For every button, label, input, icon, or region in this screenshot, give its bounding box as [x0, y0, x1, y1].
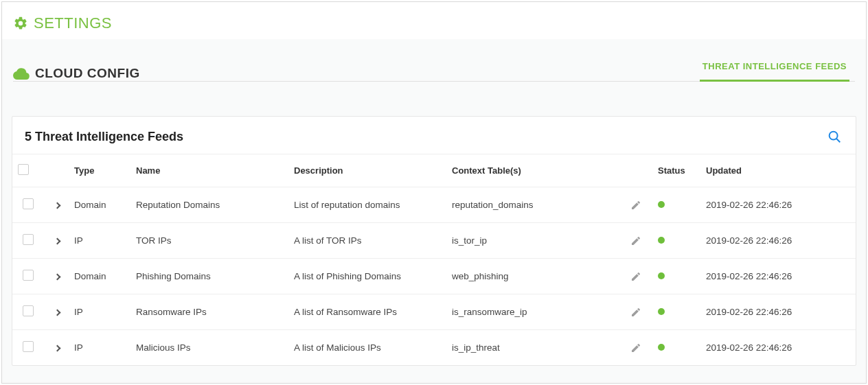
status-dot	[658, 308, 665, 315]
cell-updated: 2019-02-26 22:46:26	[700, 259, 856, 294]
cell-type: IP	[69, 330, 130, 366]
row-checkbox[interactable]	[23, 305, 34, 316]
cell-name: Ransomware IPs	[130, 294, 288, 330]
table-header-row: Type Name Description Context Table(s) S…	[12, 154, 856, 187]
cell-name: Phishing Domains	[130, 259, 288, 294]
table-row: DomainPhishing DomainsA list of Phishing…	[12, 259, 856, 294]
search-icon	[827, 129, 842, 144]
cell-context: reputation_domains	[446, 187, 625, 223]
cell-context: is_tor_ip	[446, 223, 625, 259]
col-expand	[44, 154, 69, 187]
cell-context: is_ip_threat	[446, 330, 625, 366]
chevron-right-icon[interactable]	[54, 238, 60, 245]
chevron-right-icon[interactable]	[54, 274, 60, 281]
search-button[interactable]	[827, 129, 842, 144]
col-context[interactable]: Context Table(s)	[446, 154, 625, 187]
subheader: CLOUD CONFIG THREAT INTELLIGENCE FEEDS	[2, 39, 866, 82]
cell-description: A list of Ransomware IPs	[288, 294, 446, 330]
cloud-config-heading: CLOUD CONFIG	[13, 65, 140, 82]
cell-type: Domain	[69, 187, 130, 223]
row-checkbox[interactable]	[23, 234, 34, 245]
status-dot	[658, 201, 665, 208]
col-description[interactable]: Description	[288, 154, 446, 187]
pencil-icon	[630, 271, 641, 282]
cell-type: Domain	[69, 259, 130, 294]
page-header: SETTINGS	[2, 2, 866, 39]
pencil-icon	[630, 342, 641, 353]
edit-button[interactable]	[630, 342, 647, 353]
gear-icon	[13, 16, 28, 31]
cell-type: IP	[69, 294, 130, 330]
chevron-right-icon[interactable]	[54, 345, 60, 352]
cell-context: web_phishing	[446, 259, 625, 294]
cell-context: is_ransomware_ip	[446, 294, 625, 330]
status-dot	[658, 237, 665, 244]
cell-description: List of reputation domains	[288, 187, 446, 223]
table-row: DomainReputation DomainsList of reputati…	[12, 187, 856, 223]
col-select-all	[12, 154, 44, 187]
panel-header: 5 Threat Intelligence Feeds	[12, 117, 856, 154]
select-all-checkbox[interactable]	[18, 164, 29, 175]
tab-threat-intelligence-feeds[interactable]: THREAT INTELLIGENCE FEEDS	[700, 61, 849, 82]
pencil-icon	[630, 235, 641, 246]
status-dot	[658, 272, 665, 279]
cell-name: Reputation Domains	[130, 187, 288, 223]
cell-description: A list of TOR IPs	[288, 223, 446, 259]
feeds-panel: 5 Threat Intelligence Feeds Type Name De…	[12, 116, 856, 366]
cell-updated: 2019-02-26 22:46:26	[700, 187, 856, 223]
panel-title: 5 Threat Intelligence Feeds	[25, 130, 183, 144]
col-updated[interactable]: Updated	[700, 154, 856, 187]
table-row: IPMalicious IPsA list of Malicious IPsis…	[12, 330, 856, 366]
col-type[interactable]: Type	[69, 154, 130, 187]
row-checkbox[interactable]	[23, 270, 34, 281]
cell-updated: 2019-02-26 22:46:26	[700, 330, 856, 366]
col-edit	[625, 154, 652, 187]
cell-updated: 2019-02-26 22:46:26	[700, 223, 856, 259]
table-row: IPRansomware IPsA list of Ransomware IPs…	[12, 294, 856, 330]
edit-button[interactable]	[630, 307, 647, 318]
chevron-right-icon[interactable]	[54, 310, 60, 316]
feeds-table: Type Name Description Context Table(s) S…	[12, 154, 856, 365]
cloud-config-label: CLOUD CONFIG	[35, 66, 140, 81]
cell-description: A list of Malicious IPs	[288, 330, 446, 366]
cell-name: TOR IPs	[130, 223, 288, 259]
status-dot	[658, 344, 665, 351]
col-name[interactable]: Name	[130, 154, 288, 187]
cloud-icon	[13, 65, 30, 82]
page-title: SETTINGS	[34, 14, 112, 32]
svg-line-1	[836, 139, 840, 142]
edit-button[interactable]	[630, 271, 647, 282]
pencil-icon	[630, 307, 641, 318]
col-status[interactable]: Status	[652, 154, 700, 187]
row-checkbox[interactable]	[23, 341, 34, 352]
pencil-icon	[630, 200, 641, 211]
cell-name: Malicious IPs	[130, 330, 288, 366]
edit-button[interactable]	[630, 200, 647, 211]
app-window: SETTINGS CLOUD CONFIG THREAT INTELLIGENC…	[1, 1, 867, 384]
table-row: IPTOR IPsA list of TOR IPsis_tor_ip2019-…	[12, 223, 856, 259]
svg-point-0	[830, 132, 838, 140]
cell-updated: 2019-02-26 22:46:26	[700, 294, 856, 330]
edit-button[interactable]	[630, 235, 647, 246]
row-checkbox[interactable]	[23, 198, 34, 209]
cell-type: IP	[69, 223, 130, 259]
cell-description: A list of Phishing Domains	[288, 259, 446, 294]
chevron-right-icon[interactable]	[54, 202, 60, 209]
